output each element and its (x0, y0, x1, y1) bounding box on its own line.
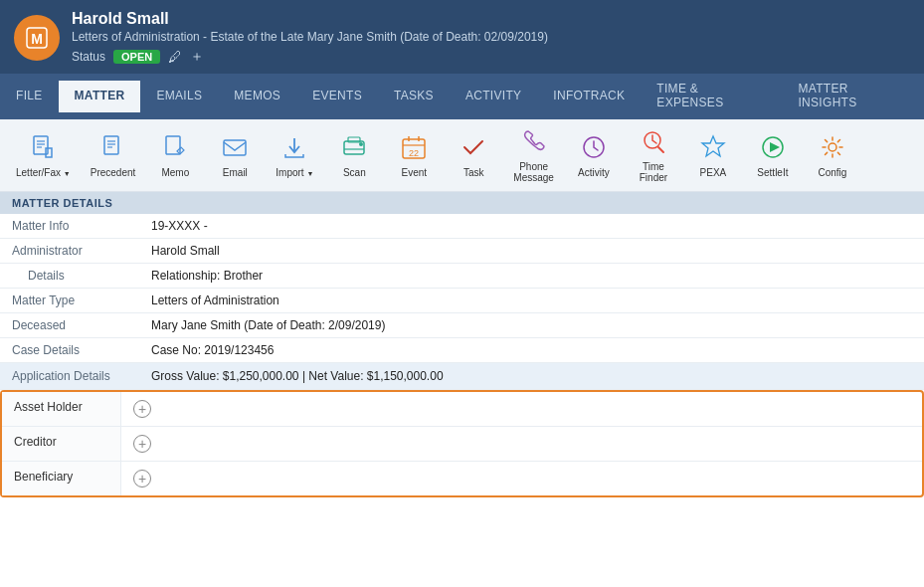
precedent-label: Precedent (91, 167, 136, 178)
activity-button[interactable]: Activity (566, 129, 622, 182)
letterfax-button[interactable]: Letter/Fax ▼ (8, 129, 79, 182)
svg-text:22: 22 (409, 148, 419, 158)
import-icon (280, 133, 308, 165)
scan-button[interactable]: Scan (326, 129, 382, 182)
memo-button[interactable]: Memo (147, 129, 203, 182)
table-row-application: Application Details Gross Value: $1,250,… (0, 363, 924, 390)
event-button[interactable]: 22 Event (386, 129, 442, 182)
tab-emails[interactable]: EMAILS (140, 81, 218, 112)
pexa-label: PEXA (700, 167, 727, 178)
header-info: Harold Small Letters of Administration -… (72, 10, 548, 66)
precedent-button[interactable]: Precedent (83, 129, 144, 182)
letterfax-label: Letter/Fax ▼ (16, 167, 71, 178)
time-finder-button[interactable]: TimeFinder (626, 123, 681, 187)
activity-label: Activity (578, 167, 610, 178)
svg-rect-11 (224, 140, 246, 155)
asset-holder-section: Asset Holder + (2, 392, 922, 427)
tab-activity[interactable]: ACTIVITY (450, 81, 537, 112)
logo-icon: M (14, 15, 60, 61)
tab-tasks[interactable]: TASKS (378, 81, 450, 112)
beneficiary-add-button[interactable]: + (133, 470, 151, 488)
field-value-administrator: Harold Small (139, 239, 924, 264)
table-row: Case Details Case No: 2019/123456 (0, 338, 924, 363)
edit-icon[interactable]: 🖊 (168, 49, 182, 65)
nav-tabs: FILE MATTER EMAILS MEMOS EVENTS TASKS AC… (0, 74, 924, 119)
email-button[interactable]: Email (207, 129, 263, 182)
scan-icon (340, 133, 368, 165)
matter-description: Letters of Administration - Estate of th… (72, 30, 548, 44)
config-icon (819, 133, 846, 165)
tab-infotrack[interactable]: INFOTRACK (537, 81, 641, 112)
toolbar: Letter/Fax ▼ Precedent Memo (0, 119, 924, 192)
asset-holder-add-button[interactable]: + (133, 400, 151, 418)
tab-matter-insights[interactable]: MATTER INSIGHTS (782, 74, 924, 119)
time-finder-icon (640, 127, 667, 159)
pexa-icon (699, 133, 727, 165)
beneficiary-label: Beneficiary (2, 462, 121, 495)
field-label-matter-type: Matter Type (0, 289, 139, 313)
settleit-icon (759, 133, 787, 165)
table-row: Matter Info 19-XXXX - (0, 214, 924, 239)
activity-icon (580, 133, 608, 165)
phone-icon (520, 127, 548, 159)
field-label-deceased: Deceased (0, 313, 139, 338)
letterfax-icon (29, 133, 57, 165)
asset-holder-add-area: + (121, 392, 922, 426)
matter-details-header: MATTER DETAILS (0, 192, 924, 214)
table-row: Deceased Mary Jane Smith (Date of Death:… (0, 313, 924, 338)
asset-holder-label: Asset Holder (2, 392, 121, 426)
event-icon: 22 (400, 133, 428, 165)
field-label-administrator: Administrator (0, 239, 139, 264)
field-label-application: Application Details (0, 363, 139, 390)
creditor-label: Creditor (2, 427, 121, 461)
field-label-matter-info: Matter Info (0, 214, 139, 239)
field-label-case-details: Case Details (0, 338, 139, 363)
matter-details-table: Matter Info 19-XXXX - Administrator Haro… (0, 214, 924, 390)
table-row: Administrator Harold Small (0, 239, 924, 264)
tab-events[interactable]: EVENTS (296, 81, 378, 112)
config-button[interactable]: Config (805, 129, 860, 182)
field-value-matter-info: 19-XXXX - (139, 214, 924, 239)
settleit-button[interactable]: SettleIt (745, 129, 801, 182)
status-row: Status OPEN 🖊 ＋ (72, 48, 548, 66)
event-label: Event (402, 167, 428, 178)
settleit-label: SettleIt (757, 167, 788, 178)
table-row: Details Relationship: Brother (0, 264, 924, 289)
field-value-details: Relationship: Brother (139, 264, 924, 289)
header: M Harold Small Letters of Administration… (0, 0, 924, 74)
task-label: Task (463, 167, 484, 178)
svg-marker-23 (702, 136, 724, 156)
svg-point-26 (829, 143, 836, 151)
header-action-icons: 🖊 ＋ (168, 48, 204, 66)
time-finder-label: TimeFinder (640, 161, 667, 183)
tab-file[interactable]: FILE (0, 81, 59, 112)
status-badge: OPEN (113, 50, 160, 64)
svg-text:M: M (31, 31, 43, 47)
memo-icon (161, 133, 189, 165)
import-button[interactable]: Import ▼ (267, 129, 322, 182)
task-button[interactable]: Task (446, 129, 501, 182)
email-label: Email (223, 167, 248, 178)
creditor-section: Creditor + (2, 427, 922, 462)
phone-label: PhoneMessage (513, 161, 554, 183)
email-icon (221, 133, 249, 165)
task-icon (460, 133, 487, 165)
import-label: Import ▼ (276, 167, 313, 178)
tab-memos[interactable]: MEMOS (218, 81, 296, 112)
creditor-add-button[interactable]: + (133, 435, 151, 453)
beneficiary-section: Beneficiary + (2, 462, 922, 495)
tab-time-expenses[interactable]: TIME & EXPENSES (641, 74, 782, 119)
pexa-button[interactable]: PEXA (685, 129, 741, 182)
field-value-application: Gross Value: $1,250,000.00 | Net Value: … (139, 363, 924, 390)
phone-message-button[interactable]: PhoneMessage (505, 123, 562, 187)
precedent-icon (99, 133, 127, 165)
table-row: Matter Type Letters of Administration (0, 289, 924, 313)
beneficiary-add-area: + (121, 462, 922, 495)
svg-marker-25 (770, 142, 780, 152)
memo-label: Memo (161, 167, 189, 178)
creditor-add-area: + (121, 427, 922, 461)
tab-matter[interactable]: MATTER (59, 81, 141, 112)
field-value-deceased: Mary Jane Smith (Date of Death: 2/09/201… (139, 313, 924, 338)
client-name: Harold Small (72, 10, 548, 28)
add-icon[interactable]: ＋ (190, 48, 204, 66)
